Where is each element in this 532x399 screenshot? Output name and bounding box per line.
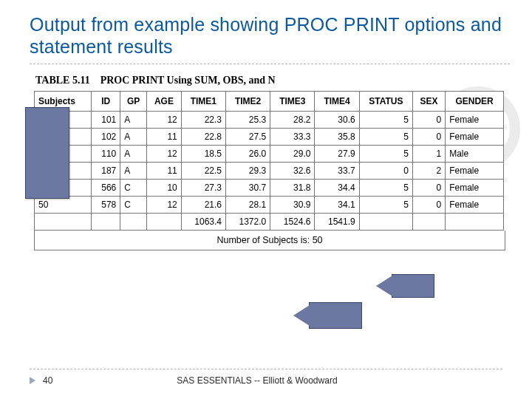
cell: 0 [412, 112, 445, 129]
table-row: 50578C1221.628.130.934.150Female [35, 197, 504, 214]
table-caption: TABLE 5.11 PROC PRINT Using SUM, OBS, an… [35, 75, 507, 86]
cell: 33.7 [315, 163, 359, 180]
cell: 5 [359, 197, 412, 214]
cell: 110 [92, 146, 120, 163]
cell: 0 [359, 163, 412, 180]
sum-cell: 1372.0 [225, 214, 270, 231]
sum-cell [92, 214, 120, 231]
cell: 28.1 [225, 197, 270, 214]
col-gp: GP [120, 92, 147, 112]
cell: 12 [147, 197, 182, 214]
arrow-n-caption [309, 302, 362, 329]
proc-print-table: Subjects ID GP AGE TIME1 TIME2 TIME3 TIM… [34, 91, 504, 231]
footer: 40 SAS ESSENTIALS -- Elliott & Woodward [0, 369, 532, 386]
table-row: 1101A1222.325.328.230.650Female [35, 112, 504, 129]
n-caption: Number of Subjects is: 50 [34, 231, 505, 250]
cell: 11 [147, 129, 182, 146]
cell: A [120, 163, 147, 180]
cell: 29.0 [270, 146, 315, 163]
cell: 5 [359, 129, 412, 146]
cell: 32.6 [270, 163, 315, 180]
cell: 22.3 [181, 112, 225, 129]
sum-cell [147, 214, 182, 231]
cell: Female [446, 129, 504, 146]
cell: 187 [92, 163, 120, 180]
cell: 11 [147, 163, 182, 180]
cell: 102 [92, 129, 120, 146]
cell: 31.8 [270, 180, 315, 197]
cell: 2 [412, 163, 445, 180]
col-gender: GENDER [446, 92, 504, 112]
footer-divider [30, 369, 502, 369]
cell: 0 [412, 129, 445, 146]
cell: 30.9 [270, 197, 315, 214]
col-time2: TIME2 [225, 92, 270, 112]
slide: Output from example showing PROC PRINT o… [0, 0, 532, 399]
cell: A [120, 129, 147, 146]
sum-row: 1063.41372.01524.61541.9 [35, 214, 504, 231]
arrow-sum-row [392, 274, 434, 298]
cell: Female [446, 112, 504, 129]
table-row: 2102A1122.827.533.335.850Female [35, 129, 504, 146]
cell: 5 [359, 146, 412, 163]
col-time3: TIME3 [270, 92, 315, 112]
cell: 22.5 [181, 163, 225, 180]
cell: 30.6 [315, 112, 359, 129]
sum-cell [120, 214, 147, 231]
footer-bullet-icon [30, 377, 35, 384]
cell: C [120, 197, 147, 214]
cell: 34.4 [315, 180, 359, 197]
cell: 26.0 [225, 146, 270, 163]
col-time1: TIME1 [181, 92, 225, 112]
table-block: TABLE 5.11 PROC PRINT Using SUM, OBS, an… [30, 75, 510, 250]
col-id: ID [92, 92, 120, 112]
cell: 29.3 [225, 163, 270, 180]
cell: 0 [412, 197, 445, 214]
slide-title: Output from example showing PROC PRINT o… [30, 13, 510, 58]
title-divider [30, 64, 510, 64]
sum-cell [412, 214, 445, 231]
cell: A [120, 146, 147, 163]
cell: 27.3 [181, 180, 225, 197]
cell: 10 [147, 180, 182, 197]
table-caption-label: TABLE 5.11 [35, 75, 90, 86]
cell: 35.8 [315, 129, 359, 146]
table-row: 49566C1027.330.731.834.450Female [35, 180, 504, 197]
cell: 18.5 [181, 146, 225, 163]
col-age: AGE [147, 92, 182, 112]
cell: 578 [92, 197, 120, 214]
cell: 22.8 [181, 129, 225, 146]
cell: 27.9 [315, 146, 359, 163]
table-body: 1101A1222.325.328.230.650Female2102A1122… [35, 112, 504, 231]
callout-subjects-column [25, 107, 69, 199]
cell: 28.2 [270, 112, 315, 129]
col-time4: TIME4 [315, 92, 359, 112]
cell: Female [446, 180, 504, 197]
cell: Female [446, 197, 504, 214]
cell: 101 [92, 112, 120, 129]
cell: Male [446, 146, 504, 163]
cell: 25.3 [225, 112, 270, 129]
cell: Female [446, 163, 504, 180]
sum-cell: 1063.4 [181, 214, 225, 231]
table-row: 3110A1218.526.029.027.951Male [35, 146, 504, 163]
cell: 27.5 [225, 129, 270, 146]
sum-cell: 1541.9 [315, 214, 359, 231]
cell: C [120, 180, 147, 197]
page-number: 40 [43, 375, 52, 386]
cell: 1 [412, 146, 445, 163]
sum-cell [35, 214, 92, 231]
cell: 12 [147, 146, 182, 163]
cell: 566 [92, 180, 120, 197]
cell: 34.1 [315, 197, 359, 214]
table-row: 4187A1122.529.332.633.702Female [35, 163, 504, 180]
cell: 0 [412, 180, 445, 197]
sum-cell [446, 214, 504, 231]
cell: A [120, 112, 147, 129]
col-sex: SEX [412, 92, 445, 112]
cell: 5 [359, 112, 412, 129]
col-status: STATUS [359, 92, 412, 112]
sum-cell: 1524.6 [270, 214, 315, 231]
cell: 33.3 [270, 129, 315, 146]
footer-source: SAS ESSENTIALS -- Elliott & Woodward [177, 375, 337, 386]
